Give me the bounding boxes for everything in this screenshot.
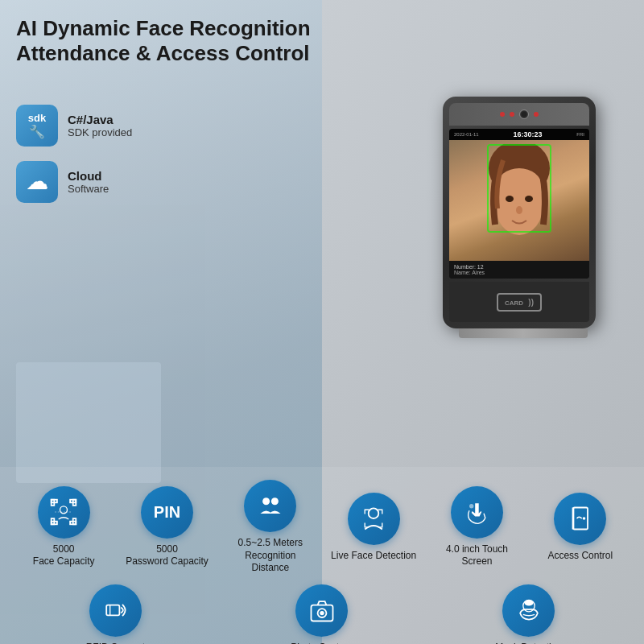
badge-area: sdk 🔧 C#/Java SDK provided ☁ Cloud Softw… — [16, 105, 258, 217]
device-top-bar — [449, 103, 589, 126]
svg-point-22 — [582, 517, 585, 520]
face-detection-icon-circle — [348, 493, 400, 545]
face-detection-box — [487, 144, 551, 233]
screen-info-bar: 2022-01-11 16:30:23 FRI — [449, 129, 589, 140]
screen-bottom-bar: Number: 12 Name: Aires — [449, 261, 589, 279]
svg-point-19 — [469, 504, 473, 508]
feature-mask-detection: Mask Detection — [485, 584, 573, 644]
sdk-icon: sdk 🔧 — [16, 105, 58, 147]
svg-point-17 — [271, 497, 279, 505]
sdk-badge: sdk 🔧 C#/Java SDK provided — [16, 105, 258, 147]
cloud-icon: ☁ — [16, 161, 58, 203]
touch-screen-icon-circle — [451, 486, 503, 539]
device-body: 2022-01-11 16:30:23 FRI — [443, 97, 596, 328]
face-capacity-icon-circle — [38, 486, 90, 539]
feature-access-control: Access Control — [536, 493, 625, 563]
feature-recognition-distance: 0.5~2.5 MetersRecognition Distance — [226, 480, 315, 575]
camera-lens — [519, 109, 529, 119]
svg-point-18 — [369, 508, 379, 518]
face-scan-icon — [49, 497, 78, 526]
main-content: AI Dynamic Face Recognition Attendance &… — [0, 0, 644, 644]
sensor-dot-2 — [510, 112, 514, 117]
mask-detection-icon-circle — [502, 584, 555, 637]
rfid-icon — [101, 596, 130, 625]
mask-icon — [514, 596, 543, 625]
feature-password-capacity: PIN 5000Password Capacity — [122, 486, 211, 568]
page-title: AI Dynamic Face Recognition Attendance &… — [16, 16, 322, 66]
svg-point-14 — [60, 506, 68, 514]
pin-icon-circle: PIN — [141, 486, 193, 539]
access-control-label: Access Control — [547, 550, 613, 563]
feature-photo-capture: Photo Capture — [278, 584, 366, 644]
svg-rect-23 — [107, 605, 120, 616]
sensor-dot-3 — [534, 112, 539, 117]
cloud-text: Cloud Software — [68, 169, 109, 195]
access-control-icon-circle — [554, 493, 606, 545]
person-detect-icon — [359, 504, 388, 533]
title-line1: AI Dynamic Face Recognition — [16, 16, 311, 40]
recognition-distance-label: 0.5~2.5 MetersRecognition Distance — [226, 537, 315, 575]
cloud-text-sub: Software — [68, 183, 109, 195]
screen-face-area — [449, 140, 589, 261]
sensor-dot-1 — [500, 112, 505, 117]
screen-number: Number: 12 — [454, 264, 584, 270]
recognition-distance-icon-circle — [244, 480, 296, 532]
password-capacity-label: 5000Password Capacity — [126, 543, 208, 568]
feature-face-capacity: 5000Face Capacity — [19, 486, 108, 568]
screen-time: 16:30:23 — [514, 130, 543, 138]
device-screen: 2022-01-11 16:30:23 FRI — [449, 129, 589, 279]
screen-day: FRI — [576, 132, 584, 137]
card-symbol: CARD )) — [497, 293, 542, 312]
screen-name: Name: Aires — [454, 270, 584, 275]
photo-capture-icon-circle — [295, 584, 348, 637]
person-group-icon — [256, 492, 285, 521]
feature-touch-screen: 4.0 inch Touch Screen — [432, 486, 521, 568]
svg-point-16 — [262, 497, 270, 505]
card-text: CARD — [505, 299, 523, 307]
cloud-badge: ☁ Cloud Software — [16, 161, 258, 203]
door-icon — [566, 504, 595, 533]
svg-point-29 — [524, 601, 533, 606]
title-line2: Attendance & Access Control — [16, 41, 310, 65]
device-container: 2022-01-11 16:30:23 FRI — [443, 97, 604, 338]
svg-point-27 — [320, 611, 324, 615]
sdk-text-sub: SDK provided — [68, 126, 132, 138]
sdk-text: C#/Java SDK provided — [68, 113, 132, 138]
feature-rfid-support: RFID Support — [71, 584, 159, 644]
pin-icon: PIN — [154, 503, 180, 522]
rfid-icon-circle — [89, 584, 142, 637]
touch-screen-label: 4.0 inch Touch Screen — [432, 543, 521, 568]
sdk-text-main: C#/Java — [68, 113, 132, 126]
face-detection-label: Live Face Detection — [331, 550, 416, 563]
touch-icon — [462, 497, 491, 526]
feature-face-detection: Live Face Detection — [329, 493, 418, 563]
face-capacity-label: 5000Face Capacity — [33, 543, 95, 568]
cloud-text-main: Cloud — [68, 169, 109, 183]
device-mount — [459, 328, 588, 338]
device-card-area: CARD )) — [449, 282, 589, 322]
title-area: AI Dynamic Face Recognition Attendance &… — [16, 16, 322, 66]
camera-icon — [308, 596, 336, 625]
features-area: 5000Face Capacity PIN 5000Password Capac… — [0, 467, 644, 644]
screen-date: 2022-01-11 — [454, 132, 479, 137]
